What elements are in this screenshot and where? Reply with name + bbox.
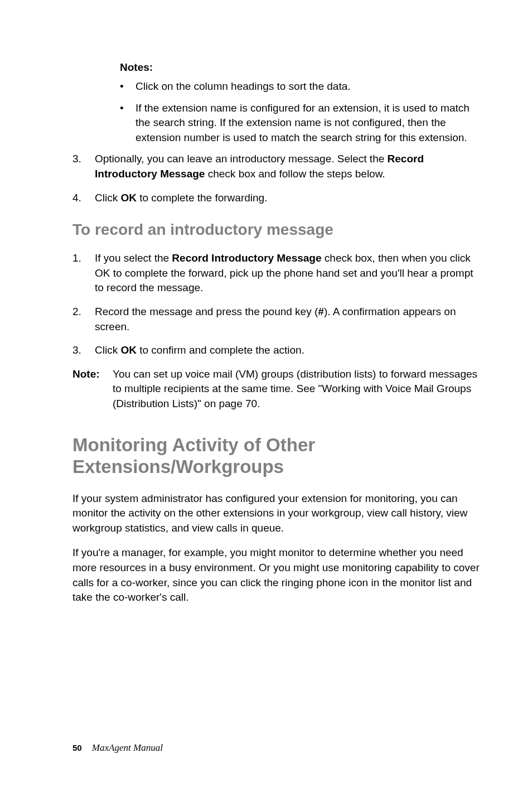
- rec2-bold: #: [318, 306, 324, 317]
- heading-record-intro: To record an introductory message: [72, 221, 482, 239]
- notes-text: Notes: [120, 61, 149, 73]
- heading-monitoring: Monitoring Activity of Other Extensions/…: [72, 434, 482, 478]
- step3-prefix: Optionally, you can leave an introductor…: [95, 153, 388, 165]
- para-1: If your system administrator has configu…: [72, 491, 482, 536]
- bullet-dot: •: [120, 79, 136, 94]
- para-2: If you're a manager, for example, you mi…: [72, 545, 482, 605]
- step4-suffix: to complete the forwarding.: [137, 192, 267, 204]
- rec-step-1: 1. If you select the Record Introductory…: [72, 251, 482, 296]
- bullet-dot: •: [120, 101, 136, 146]
- step-3-text: Optionally, you can leave an introductor…: [95, 152, 482, 181]
- step4-prefix: Click: [95, 192, 120, 204]
- rec2-prefix: Record the message and press the pound k…: [95, 306, 318, 317]
- step-4: 4. Click OK to complete the forwarding.: [72, 191, 482, 206]
- bullet-text-2: If the extension name is configured for …: [136, 101, 482, 146]
- footer-title: MaxAgent Manual: [92, 742, 163, 753]
- step4-bold: OK: [120, 192, 137, 204]
- page-content: Notes: • Click on the column headings to…: [0, 0, 532, 638]
- rec1-text: If you select the Record Introductory Me…: [95, 251, 482, 296]
- notes-colon: :: [149, 61, 153, 73]
- rec3-text: Click OK to confirm and complete the act…: [95, 343, 482, 358]
- rec3-bold: OK: [120, 344, 137, 356]
- rec1-prefix: If you select the: [95, 252, 172, 264]
- rec1-bold: Record Introductory Message: [172, 252, 321, 264]
- step-marker: 2.: [72, 305, 95, 334]
- rec-step-2: 2. Record the message and press the poun…: [72, 305, 482, 334]
- step-marker: 1.: [72, 251, 95, 296]
- bullet-item-1: • Click on the column headings to sort t…: [120, 79, 482, 94]
- notes-label: Notes:: [120, 61, 482, 74]
- step3-suffix: check box and follow the steps below.: [205, 168, 385, 180]
- step-4-text: Click OK to complete the forwarding.: [95, 191, 482, 206]
- rec3-suffix: to confirm and complete the action.: [137, 344, 304, 356]
- rec-step-3: 3. Click OK to confirm and complete the …: [72, 343, 482, 358]
- rec2-text: Record the message and press the pound k…: [95, 305, 482, 334]
- step-marker: 3.: [72, 343, 95, 358]
- note-text: You can set up voice mail (VM) groups (d…: [113, 367, 482, 412]
- footer: 50 MaxAgent Manual: [72, 742, 163, 754]
- step-marker: 4.: [72, 191, 95, 206]
- rec3-prefix: Click: [95, 344, 120, 356]
- step-marker: 3.: [72, 152, 95, 181]
- step-3: 3. Optionally, you can leave an introduc…: [72, 152, 482, 181]
- bullet-text-1: Click on the column headings to sort the…: [136, 79, 482, 94]
- footer-page-number: 50: [72, 743, 82, 752]
- note-block: Note: You can set up voice mail (VM) gro…: [72, 367, 482, 412]
- note-label: Note:: [72, 367, 113, 412]
- bullet-item-2: • If the extension name is configured fo…: [120, 101, 482, 146]
